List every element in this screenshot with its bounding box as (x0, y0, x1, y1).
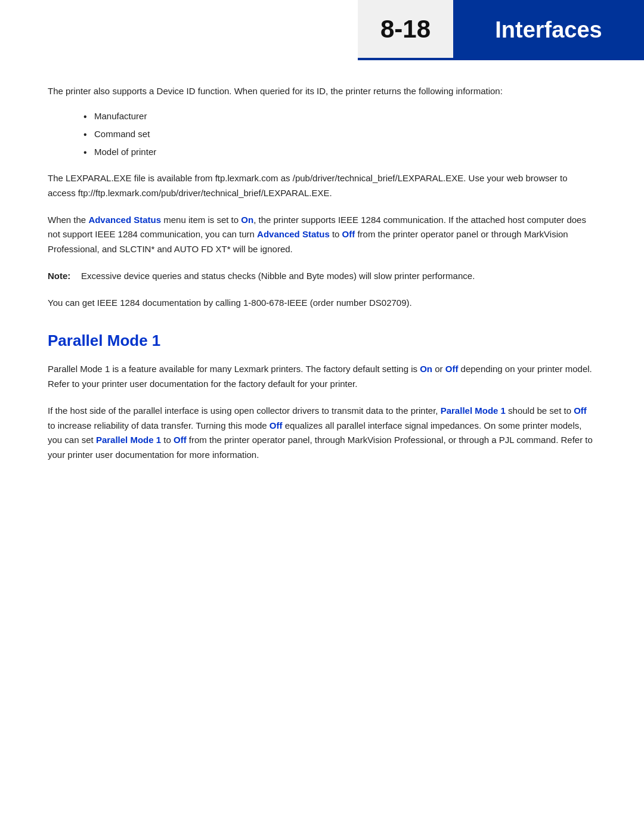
parallel-mode1-link2: Parallel Mode 1 (96, 435, 161, 445)
section-heading-parallel-mode-1: Parallel Mode 1 (48, 332, 596, 350)
list-item: Manufacturer (83, 109, 596, 123)
advanced-status-link1: Advanced Status (88, 215, 161, 225)
note-block: Note: Excessive device queries and statu… (48, 269, 596, 284)
chapter-title: Interfaces (495, 17, 602, 43)
note-text: Excessive device queries and status chec… (81, 269, 475, 284)
intro-paragraph: The printer also supports a Device ID fu… (48, 84, 596, 98)
ieee-paragraph: You can get IEEE 1284 documentation by c… (48, 296, 596, 311)
list-item: Model of printer (83, 145, 596, 159)
parallel-mode1-link1: Parallel Mode 1 (441, 405, 506, 416)
advanced-status-paragraph: When the Advanced Status menu item is se… (48, 213, 596, 257)
list-item: Command set (83, 127, 596, 141)
parallel-off-4: Off (174, 435, 187, 445)
parallel-off-label: Off (445, 364, 459, 374)
page-header: 8-18 Interfaces (0, 0, 644, 60)
parallel-off-2: Off (574, 405, 587, 416)
bullet-list: Manufacturer Command set Model of printe… (83, 109, 596, 159)
parallel-intro-paragraph: Parallel Mode 1 is a feature available f… (48, 362, 596, 392)
lexparal-paragraph: The LEXPARAL.EXE file is available from … (48, 171, 596, 201)
parallel-mode-paragraph-2: If the host side of the parallel interfa… (48, 404, 596, 463)
note-label: Note: (48, 269, 78, 284)
chapter-title-box: Interfaces (453, 0, 644, 60)
main-content: The printer also supports a Device ID fu… (0, 84, 644, 510)
page-number: 8-18 (380, 15, 431, 44)
page-number-box: 8-18 (358, 0, 453, 60)
parallel-off-3: Off (270, 420, 283, 431)
advanced-status-link2: Advanced Status (257, 229, 330, 239)
on-label-1: On (241, 215, 253, 225)
parallel-on-label: On (420, 364, 432, 374)
off-label-1: Off (342, 229, 355, 239)
